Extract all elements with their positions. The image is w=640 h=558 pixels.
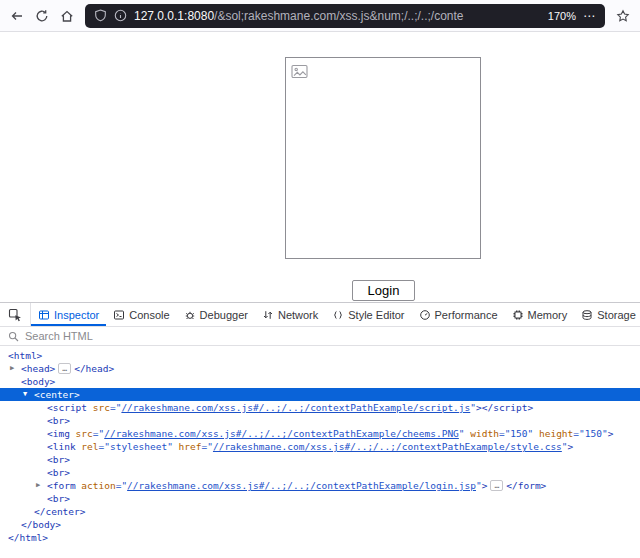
markup-token-link[interactable]: //rakeshmane.com/xss.js#/..;/..;/context… <box>104 428 459 439</box>
devtools-tab-label: Performance <box>435 309 498 321</box>
broken-image-icon <box>291 63 309 80</box>
url-path: /&sol;rakeshmane.com/xss.js&num;/..;/..;… <box>214 9 463 23</box>
markup-line[interactable]: </center> <box>0 505 640 518</box>
markup-token-tag: <html> <box>8 350 42 361</box>
devtools-tabbar-tabs: InspectorConsoleDebuggerNetworkStyle Edi… <box>31 303 640 326</box>
markup-token-tag: <br> <box>47 467 70 478</box>
markup-token-val: stylesheet <box>110 441 167 452</box>
devtools-tab-label: Inspector <box>54 309 99 321</box>
markup-token-link[interactable]: //rakeshmane.com/xss.js#/..;/..;/context… <box>121 402 470 413</box>
shield-icon[interactable] <box>94 9 107 22</box>
devtools-tab-label: Memory <box>528 309 568 321</box>
markup-token-eq: =" <box>116 480 127 491</box>
devtools-tab-storage[interactable]: Storage <box>574 303 640 326</box>
url-bar[interactable]: 127.0.0.1:8080/&sol;rakeshmane.com/xss.j… <box>85 4 605 28</box>
devtools-tabbar: InspectorConsoleDebuggerNetworkStyle Edi… <box>0 303 640 327</box>
markup-token-tag: <br> <box>47 493 70 504</box>
devtools-tab-label: Style Editor <box>348 309 404 321</box>
markup-token-tag: <img <box>47 428 70 439</box>
markup-token-tag: <script <box>47 402 87 413</box>
ellipsis-badge[interactable]: … <box>58 363 71 374</box>
markup-line[interactable]: ▶<form action="//rakeshmane.com/xss.js#/… <box>0 479 640 492</box>
devtools-tab-style-editor[interactable]: Style Editor <box>325 303 411 326</box>
debugger-icon <box>184 309 196 321</box>
markup-line[interactable]: <link rel="stylesheet" href="//rakeshman… <box>0 440 640 453</box>
markup-line[interactable]: <body> <box>0 375 640 388</box>
inspector-icon <box>38 309 50 321</box>
markup-token-eq: =" <box>499 428 510 439</box>
devtools-tab-label: Debugger <box>200 309 248 321</box>
markup-token-tag: <br> <box>47 415 70 426</box>
markup-line[interactable]: <br> <box>0 492 640 505</box>
markup-token-tag: </head> <box>74 363 114 374</box>
markup-line[interactable]: <br> <box>0 414 640 427</box>
markup-token-tag: ></script> <box>476 402 533 413</box>
markup-token-tag: > <box>608 428 614 439</box>
markup-token-attr: rel <box>76 441 99 452</box>
star-icon[interactable] <box>616 9 630 23</box>
performance-icon <box>419 309 431 321</box>
zoom-level-button[interactable]: 170% <box>548 10 576 22</box>
markup-token-attr: src <box>70 428 93 439</box>
ellipsis-badge[interactable]: … <box>490 480 503 491</box>
markup-token-val: 150 <box>510 428 527 439</box>
devtools-tab-label: Console <box>129 309 169 321</box>
markup-token-attr: action <box>76 480 116 491</box>
markup-line[interactable]: <html> <box>0 349 640 362</box>
markup-token-link[interactable]: //rakeshmane.com/xss.js#/..;/..;/context… <box>127 480 476 491</box>
markup-line[interactable]: <img src="//rakeshmane.com/xss.js#/..;/.… <box>0 427 640 440</box>
markup-view: <html>▶<head>…</head><body>▼<center><scr… <box>0 346 640 558</box>
devtools-tab-console[interactable]: Console <box>106 303 176 326</box>
markup-token-tag: <form <box>47 480 76 491</box>
pick-element-icon[interactable] <box>0 303 31 326</box>
markup-token-eq: =" <box>110 402 121 413</box>
page-actions-icon[interactable]: ⋯ <box>583 9 596 23</box>
markup-token-eq: =" <box>573 428 584 439</box>
markup-token-tag: <center> <box>34 389 80 400</box>
markup-token-eq: =" <box>202 441 213 452</box>
expand-arrow-icon[interactable]: ▶ <box>10 362 14 375</box>
info-icon[interactable] <box>114 9 127 22</box>
login-button[interactable]: Login <box>352 280 415 301</box>
devtools-tab-performance[interactable]: Performance <box>412 303 505 326</box>
markup-token-tag: <head> <box>21 363 55 374</box>
markup-line[interactable]: <br> <box>0 453 640 466</box>
page-viewport: Login <box>0 32 640 302</box>
storage-icon <box>581 309 593 321</box>
devtools-panel: InspectorConsoleDebuggerNetworkStyle Edi… <box>0 302 640 558</box>
markup-token-attr: src <box>87 402 110 413</box>
collapse-arrow-icon[interactable]: ▼ <box>23 388 27 401</box>
markup-line[interactable]: </body> <box>0 518 640 531</box>
expand-arrow-icon[interactable]: ▶ <box>36 479 40 492</box>
markup-line[interactable]: <br> <box>0 466 640 479</box>
markup-token-link[interactable]: //rakeshmane.com/xss.js#/..;/..;/context… <box>213 441 562 452</box>
markup-line[interactable]: <script src="//rakeshmane.com/xss.js#/..… <box>0 401 640 414</box>
markup-token-val: 150 <box>585 428 602 439</box>
reload-icon[interactable] <box>35 9 49 23</box>
home-icon[interactable] <box>60 9 74 23</box>
markup-token-tag: <br> <box>47 454 70 465</box>
back-icon[interactable] <box>10 9 24 23</box>
memory-icon <box>512 309 524 321</box>
devtools-search-bar <box>0 327 640 346</box>
markup-token-tag: </form> <box>506 480 546 491</box>
search-icon <box>8 331 19 342</box>
markup-token-tag: > <box>568 441 574 452</box>
markup-token-eq: =" <box>99 441 110 452</box>
markup-token-tag: </center> <box>34 506 85 517</box>
markup-token-attr: width <box>465 428 499 439</box>
devtools-tab-inspector[interactable]: Inspector <box>31 303 106 326</box>
devtools-tab-label: Storage <box>597 309 636 321</box>
url-text: 127.0.0.1:8080/&sol;rakeshmane.com/xss.j… <box>134 9 541 23</box>
markup-line-selected[interactable]: ▼<center> <box>0 388 640 401</box>
devtools-tab-memory[interactable]: Memory <box>505 303 575 326</box>
markup-line[interactable]: ▶<head>…</head> <box>0 362 640 375</box>
browser-toolbar: 127.0.0.1:8080/&sol;rakeshmane.com/xss.j… <box>0 0 640 32</box>
markup-token-tag: </html> <box>8 532 48 543</box>
style-editor-icon <box>332 309 344 321</box>
devtools-tab-network[interactable]: Network <box>255 303 325 326</box>
markup-token-eq: =" <box>93 428 104 439</box>
devtools-tab-debugger[interactable]: Debugger <box>177 303 255 326</box>
markup-line[interactable]: </html> <box>0 531 640 544</box>
devtools-search-input[interactable] <box>25 330 632 342</box>
